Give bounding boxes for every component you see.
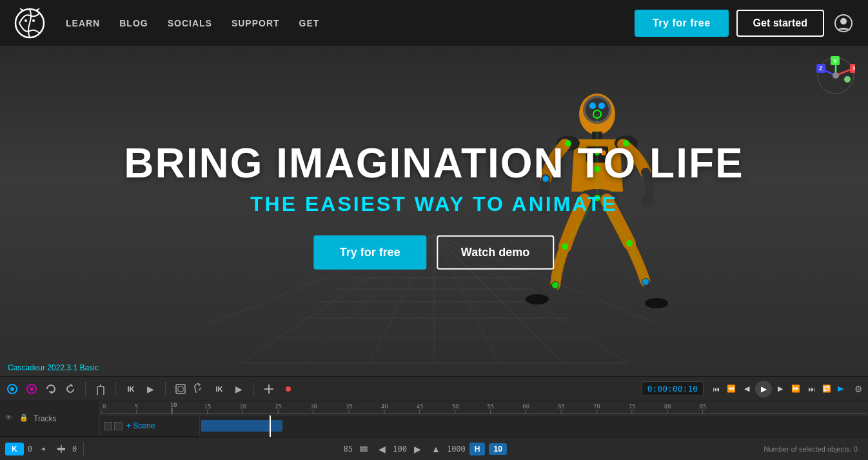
tl-nav-next[interactable]: ▶ — [411, 442, 425, 456]
svg-text:15: 15 — [204, 403, 212, 410]
tl-icon-loop[interactable] — [44, 382, 58, 396]
track-row: + Scene — [100, 415, 200, 437]
val5: 1000 — [447, 445, 466, 454]
scene-label[interactable]: + Scene — [126, 421, 155, 430]
hero-watch-demo-button[interactable]: Watch demo — [437, 235, 554, 270]
selected-objects-label: Number of selected objects: 0 — [764, 445, 863, 453]
scene-checkboxes — [104, 422, 123, 430]
svg-point-3 — [25, 19, 27, 22]
svg-text:35: 35 — [346, 403, 353, 410]
timeline: IK ▶ IK ▶ 0:00:00:10 ⏮ ⏪ ◀ ▶ ▶ ⏩ ⏭ 🔁 — [0, 376, 868, 460]
prev-key-btn[interactable]: ⏪ — [724, 382, 738, 396]
gizmo: X Y Z — [816, 56, 855, 95]
tl-icon-refresh[interactable] — [63, 382, 77, 396]
k-button[interactable]: K — [5, 443, 24, 455]
timeline-bottom: K 0 ◂ 0 85 ◀ 100 ▶ ▲ 1000 H 10 Number of… — [0, 437, 868, 460]
navbar: LEARN BLOG SOCIALS SUPPORT GET Try for f… — [0, 0, 868, 46]
main-headline: BRING IMAGINATION TO LIFE — [124, 140, 744, 185]
prev-frame-btn[interactable]: ◀ — [740, 382, 754, 396]
tl-icon-pose[interactable] — [25, 382, 39, 396]
lock-icon[interactable]: 🔒 — [19, 414, 30, 424]
svg-text:65: 65 — [558, 403, 565, 410]
scene-row: + Scene — [100, 415, 868, 437]
nav-learn[interactable]: LEARN — [66, 18, 100, 28]
svg-rect-76 — [101, 401, 867, 415]
track-timeline — [200, 415, 868, 437]
hero-buttons: Try for free Watch demo — [124, 235, 744, 270]
tl-icon-dot[interactable] — [281, 382, 295, 396]
tl-icon-ik[interactable]: IK — [124, 382, 138, 396]
nav-support[interactable]: SUPPORT — [232, 18, 280, 28]
tl-nav-up[interactable]: ▲ — [429, 442, 443, 456]
svg-text:50: 50 — [452, 403, 459, 410]
nav-right: Try for free Get started — [635, 10, 855, 37]
sep-bottom — [83, 442, 84, 456]
ruler-area: 0 5 10 15 20 25 30 35 — [100, 401, 868, 437]
playhead — [270, 415, 271, 437]
svg-point-70 — [30, 387, 34, 391]
tl-icon-play-arrow2[interactable]: ▶ — [232, 382, 246, 396]
try-free-button[interactable]: Try for free — [635, 10, 729, 37]
svg-text:30: 30 — [310, 403, 317, 410]
svg-text:Z: Z — [819, 65, 823, 72]
tl-bottom-icon1[interactable]: ◂ — [36, 442, 50, 456]
hero-try-free-button[interactable]: Try for free — [314, 235, 426, 270]
val4: 85 — [344, 445, 353, 454]
svg-rect-74 — [178, 386, 183, 392]
tl-nav-prev[interactable]: ◀ — [375, 442, 389, 456]
logo-area[interactable] — [13, 6, 46, 40]
svg-point-39 — [645, 298, 668, 308]
svg-text:60: 60 — [522, 403, 529, 410]
next-all-btn[interactable]: ⏭ — [804, 382, 818, 396]
timecode-display: 0:00:00:10 — [642, 381, 704, 396]
separator4 — [253, 382, 254, 396]
get-started-button[interactable]: Get started — [736, 10, 824, 37]
scene-check2[interactable] — [114, 422, 123, 430]
settings-icon[interactable]: ⚙ — [854, 384, 863, 394]
svg-text:25: 25 — [275, 403, 282, 410]
timeline-toolbar: IK ▶ IK ▶ 0:00:00:10 ⏮ ⏪ ◀ ▶ ▶ ⏩ ⏭ 🔁 — [0, 377, 868, 401]
ruler: 0 5 10 15 20 25 30 35 — [100, 401, 868, 415]
tl-icon-move[interactable] — [262, 382, 276, 396]
tl-icon-key1[interactable] — [94, 382, 108, 396]
tl-icon-play-arrow[interactable]: ▶ — [143, 382, 157, 396]
play-button[interactable]: ▶ — [755, 381, 772, 397]
svg-text:85: 85 — [700, 403, 707, 410]
svg-point-66 — [844, 76, 851, 83]
svg-text:X: X — [853, 65, 855, 72]
record-btn[interactable] — [835, 382, 849, 396]
tl-icon-ik2[interactable]: IK — [212, 382, 226, 396]
user-icon — [834, 14, 853, 32]
prev-all-btn[interactable]: ⏮ — [709, 382, 723, 396]
svg-point-68 — [10, 387, 14, 391]
svg-text:55: 55 — [487, 403, 494, 410]
next-key-btn[interactable]: ⏩ — [789, 382, 803, 396]
nav-socials[interactable]: SOCIALS — [168, 18, 212, 28]
user-icon-button[interactable] — [832, 12, 855, 35]
svg-point-65 — [833, 72, 839, 79]
svg-point-75 — [286, 386, 291, 392]
separator3 — [165, 382, 166, 396]
next-frame-btn[interactable]: ▶ — [773, 382, 787, 396]
tl-bottom-icon2[interactable] — [54, 442, 68, 456]
svg-rect-71 — [97, 386, 104, 395]
svg-text:80: 80 — [664, 403, 671, 410]
eye-icon[interactable]: 👁 — [5, 414, 15, 424]
svg-text:5: 5 — [135, 403, 138, 410]
tl-icon-magnet[interactable] — [5, 382, 19, 396]
tl-icon-frame[interactable] — [173, 382, 188, 396]
svg-point-4 — [32, 19, 35, 22]
h-button[interactable]: H — [469, 443, 486, 455]
tl-icon-link[interactable] — [193, 382, 207, 396]
nav-blog[interactable]: BLOG — [119, 18, 148, 28]
svg-point-38 — [526, 294, 549, 305]
loop-btn[interactable]: 🔁 — [820, 382, 834, 396]
tl-bottom-list[interactable] — [357, 442, 371, 456]
svg-point-27 — [598, 103, 605, 109]
val2: 0 — [72, 445, 77, 454]
nav-get[interactable]: GET — [299, 18, 320, 28]
scene-check1[interactable] — [104, 422, 112, 430]
logo-icon — [13, 6, 46, 40]
val3: 100 — [393, 445, 407, 454]
separator2 — [115, 382, 116, 396]
